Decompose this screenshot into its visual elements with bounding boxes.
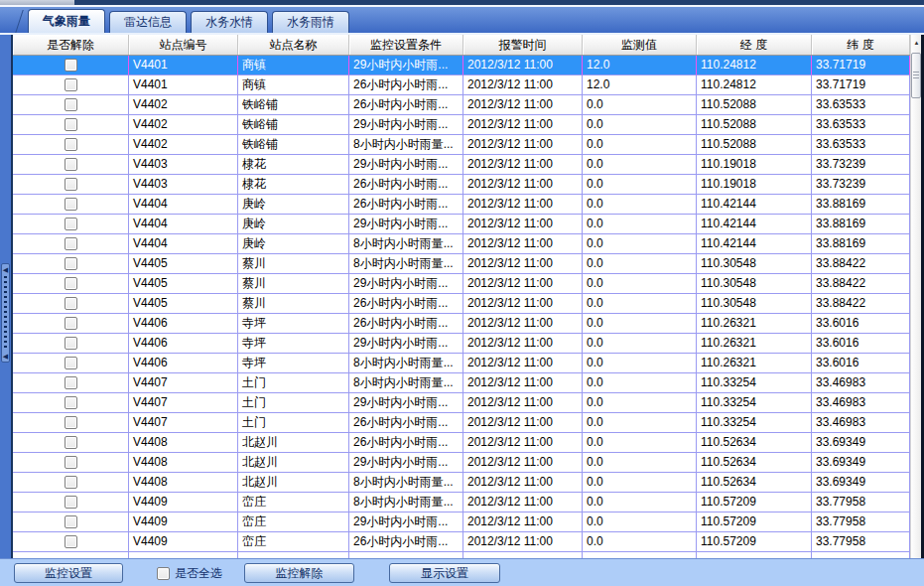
table-row[interactable]: V4407土门26小时内小时雨...2012/3/12 11:000.0110.…	[13, 413, 910, 433]
table-row[interactable]: V4402铁峪铺8小时内小时雨量...2012/3/12 11:000.0110…	[13, 135, 910, 155]
column-header-alarm-time[interactable]: 报警时间	[463, 35, 583, 55]
cell-release	[13, 75, 129, 95]
release-checkbox[interactable]	[65, 496, 77, 509]
release-checkbox[interactable]	[65, 337, 77, 350]
select-all-checkbox[interactable]	[157, 567, 170, 580]
release-checkbox[interactable]	[65, 158, 77, 171]
cell-value: 0.0	[583, 254, 697, 274]
cell-station-name: 铁峪铺	[238, 135, 349, 155]
column-header-station-name[interactable]: 站点名称	[238, 35, 349, 55]
cell-longitude: 110.26321	[697, 334, 812, 354]
release-checkbox[interactable]	[65, 515, 77, 528]
table-row[interactable]: V4408北赵川26小时内小时雨...2012/3/12 11:000.0110…	[13, 433, 910, 453]
column-header-release[interactable]: 是否解除	[13, 35, 129, 55]
release-checkbox[interactable]	[65, 436, 77, 449]
cell-station-id: V4405	[129, 274, 238, 294]
cell-longitude: 110.19018	[697, 155, 812, 175]
table-row[interactable]: V4402铁峪铺26小时内小时雨...2012/3/12 11:000.0110…	[13, 95, 910, 115]
scrollbar-thumb[interactable]	[911, 53, 921, 98]
cell-release	[13, 393, 129, 413]
cell-alarm-time: 2012/3/12 11:00	[463, 95, 583, 115]
tab-water-rain[interactable]: 水务雨情	[272, 11, 349, 33]
release-checkbox[interactable]	[65, 476, 77, 489]
select-all-group: 是否全选	[157, 565, 222, 582]
table-row[interactable]: V4402铁峪铺29小时内小时雨...2012/3/12 11:000.0110…	[13, 115, 910, 135]
release-checkbox[interactable]	[65, 118, 77, 131]
cell-longitude: 110.24812	[697, 75, 812, 95]
release-checkbox[interactable]	[65, 456, 77, 469]
tab-radar-info[interactable]: 雷达信息	[109, 11, 187, 33]
splitter-grip-icon	[4, 276, 7, 350]
release-checkbox[interactable]	[65, 237, 77, 250]
table-row[interactable]: V4405蔡川8小时内小时雨量...2012/3/12 11:000.0110.…	[13, 254, 910, 274]
cell-release	[13, 314, 129, 334]
release-checkbox[interactable]	[65, 357, 77, 369]
table-row[interactable]: V4408北赵川29小时内小时雨...2012/3/12 11:000.0110…	[13, 453, 910, 473]
column-header-condition[interactable]: 监控设置条件	[349, 35, 463, 55]
table-row[interactable]: V4407土门29小时内小时雨...2012/3/12 11:000.0110.…	[13, 393, 910, 413]
table-row[interactable]: V4404庚岭26小时内小时雨...2012/3/12 11:000.0110.…	[13, 195, 910, 215]
monitor-release-button[interactable]: 监控解除	[244, 563, 354, 583]
monitor-settings-button[interactable]: 监控设置	[14, 563, 123, 583]
tab-weather-rainfall[interactable]: 气象雨量	[28, 9, 105, 33]
table-row[interactable]: V4404庚岭29小时内小时雨...2012/3/12 11:000.0110.…	[13, 215, 910, 234]
release-checkbox[interactable]	[65, 257, 77, 270]
table-row[interactable]: V4405蔡川29小时内小时雨...2012/3/12 11:000.0110.…	[13, 274, 910, 294]
table-row[interactable]: V4409峦庄8小时内小时雨量...2012/3/12 11:000.0110.…	[13, 493, 910, 513]
release-checkbox[interactable]	[65, 297, 77, 310]
cell-latitude: 33.6016	[812, 314, 910, 334]
display-settings-button[interactable]: 显示设置	[389, 563, 500, 583]
cell-station-id: V4408	[129, 473, 238, 493]
column-header-value[interactable]: 监测值	[583, 35, 697, 55]
release-checkbox[interactable]	[65, 317, 77, 330]
cell-value: 0.0	[583, 215, 697, 234]
cell-condition: 29小时内小时雨...	[349, 334, 463, 354]
release-checkbox[interactable]	[65, 138, 77, 151]
release-checkbox[interactable]	[65, 78, 77, 91]
release-checkbox[interactable]	[65, 376, 77, 389]
cell-station-name: 土门	[238, 393, 349, 413]
cell-station-name: 寺坪	[238, 314, 349, 334]
column-header-latitude[interactable]: 纬 度	[812, 35, 910, 55]
table-row[interactable]: V4403棣花29小时内小时雨...2012/3/12 11:000.0110.…	[13, 155, 910, 175]
tab-water-condition[interactable]: 水务水情	[191, 11, 268, 33]
table-row[interactable]: V4407土门8小时内小时雨量...2012/3/12 11:000.0110.…	[13, 373, 910, 393]
table-row[interactable]: V4404庚岭8小时内小时雨量...2012/3/12 11:000.0110.…	[13, 234, 910, 254]
column-header-station-id[interactable]: 站点编号	[129, 35, 238, 55]
cell-release	[13, 254, 129, 274]
release-checkbox[interactable]	[65, 98, 77, 111]
cell-longitude: 110.52634	[697, 473, 812, 493]
table-row[interactable]: V4406寺坪8小时内小时雨量...2012/3/12 11:000.0110.…	[13, 354, 910, 373]
collapse-left-icon[interactable]: ◀	[3, 353, 8, 360]
column-header-longitude[interactable]: 经 度	[697, 35, 812, 55]
table-row[interactable]: V4409峦庄26小时内小时雨...2012/3/12 11:000.0110.…	[13, 532, 910, 552]
release-checkbox[interactable]	[65, 178, 77, 191]
table-row[interactable]: V4401商镇26小时内小时雨...2012/3/12 11:0012.0110…	[13, 75, 910, 95]
table-row[interactable]: V4405蔡川26小时内小时雨...2012/3/12 11:000.0110.…	[13, 294, 910, 314]
scrollbar-grip-icon	[913, 72, 919, 79]
cell-value: 0.0	[583, 513, 697, 532]
release-checkbox[interactable]	[65, 59, 77, 72]
release-checkbox[interactable]	[65, 218, 77, 230]
table-row[interactable]: V4406寺坪29小时内小时雨...2012/3/12 11:000.0110.…	[13, 334, 910, 354]
table-row[interactable]: V4401商镇29小时内小时雨...2012/3/12 11:0012.0110…	[13, 56, 910, 75]
release-checkbox[interactable]	[65, 198, 77, 211]
vertical-scrollbar[interactable]: ▲	[910, 35, 921, 560]
release-checkbox[interactable]	[65, 396, 77, 409]
cell-condition: 26小时内小时雨...	[349, 75, 463, 95]
table-row[interactable]: V4403棣花26小时内小时雨...2012/3/12 11:000.0110.…	[13, 175, 910, 195]
table-row[interactable]: V4408北赵川8小时内小时雨量...2012/3/12 11:000.0110…	[13, 473, 910, 493]
cell-release	[13, 334, 129, 354]
release-checkbox[interactable]	[65, 416, 77, 429]
release-checkbox[interactable]	[65, 535, 77, 548]
cell-longitude: 110.52088	[697, 135, 812, 155]
cell-station-id: V4408	[129, 453, 238, 473]
collapse-left-icon[interactable]: ◀	[3, 266, 8, 273]
cell-station-id: V4404	[129, 195, 238, 215]
cell-station-name: 北赵川	[238, 453, 349, 473]
table-row[interactable]: V4409峦庄29小时内小时雨...2012/3/12 11:000.0110.…	[13, 513, 910, 532]
table-row[interactable]: V4406寺坪26小时内小时雨...2012/3/12 11:000.0110.…	[13, 314, 910, 334]
splitter-handle[interactable]: ◀ ◀	[1, 263, 10, 363]
cell-latitude: 33.77958	[812, 532, 910, 552]
release-checkbox[interactable]	[65, 277, 77, 290]
